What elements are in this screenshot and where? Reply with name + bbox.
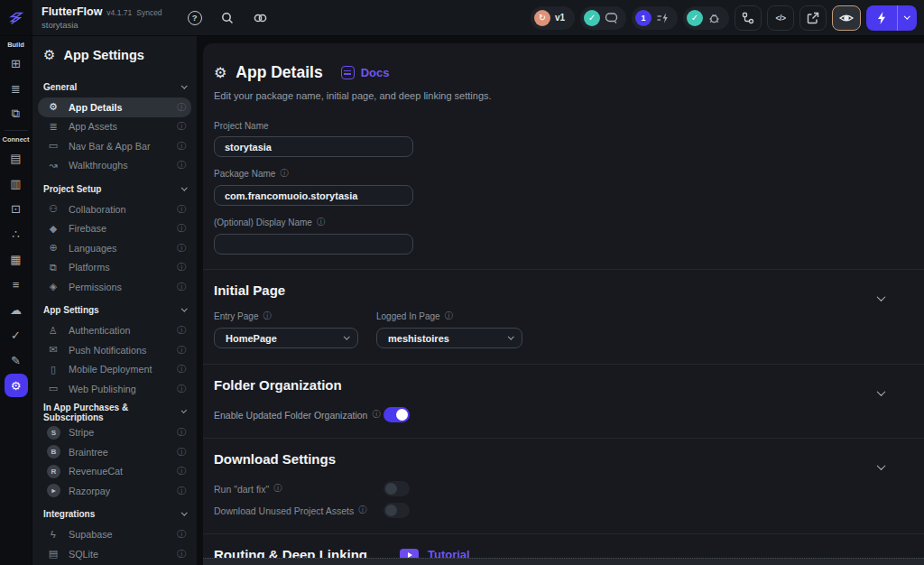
help-icon[interactable]: ? (188, 11, 202, 25)
info-icon[interactable]: ⓘ (177, 159, 186, 171)
info-icon[interactable]: ⓘ (177, 485, 186, 497)
sidebar-item-app-details[interactable]: ⚙ App Details ⓘ (38, 97, 191, 117)
settings-nav: General ⚙ App Details ⓘ ≣ App Assets ⓘ ▭… (32, 71, 197, 565)
section-project-setup[interactable]: Project Setup (38, 178, 191, 199)
info-icon[interactable]: ⓘ (177, 548, 186, 560)
unused-assets-toggle[interactable] (383, 503, 410, 518)
section-general[interactable]: General (38, 76, 191, 97)
cloud-functions-icon[interactable]: ☁ (5, 298, 28, 321)
info-icon[interactable]: ⓘ (177, 222, 186, 235)
files-icon[interactable]: ⊡ (5, 197, 28, 220)
search-icon[interactable] (220, 11, 235, 25)
folder-organization-toggle[interactable] (383, 407, 410, 422)
section-integrations[interactable]: Integrations (38, 504, 191, 525)
info-icon[interactable]: ⓘ (177, 261, 186, 273)
devices-icon[interactable]: ⧉ (5, 102, 28, 125)
info-icon[interactable]: ⓘ (177, 140, 186, 153)
run-bolt-icon[interactable] (866, 5, 897, 31)
info-icon[interactable]: ⓘ (372, 409, 381, 421)
integrations-icon[interactable]: ∴ (5, 222, 28, 245)
version-badge: v1 (555, 13, 567, 23)
sidebar-item-collaboration[interactable]: ⚇ Collaboration ⓘ (38, 199, 191, 219)
info-icon[interactable]: ⓘ (177, 281, 186, 293)
sidebar-item-permissions[interactable]: ◈ Permissions ⓘ (38, 277, 191, 297)
sidebar-item-nav-bar[interactable]: ▭ Nav Bar & App Bar ⓘ (38, 136, 191, 156)
collapse-chevron-icon[interactable] (878, 289, 884, 305)
docs-link[interactable]: Docs (341, 66, 390, 79)
logged-in-page-select[interactable]: meshistoires (376, 328, 522, 348)
info-icon[interactable]: ⓘ (273, 483, 282, 495)
sidebar-item-app-assets[interactable]: ≣ App Assets ⓘ (38, 117, 191, 137)
sidebar-item-stripe[interactable]: S Stripe ⓘ (38, 423, 191, 443)
info-icon[interactable]: ⓘ (358, 505, 367, 516)
info-icon[interactable]: ⓘ (177, 120, 186, 133)
info-icon[interactable]: ⓘ (177, 465, 186, 477)
tutorial-video-icon[interactable] (400, 549, 419, 559)
sidebar-item-languages[interactable]: ⊕ Languages ⓘ (38, 238, 191, 258)
sidebar-item-web-publishing[interactable]: ▭ Web Publishing ⓘ (38, 379, 191, 399)
theme-icon[interactable]: ✎ (5, 348, 28, 372)
package-name-input[interactable]: com.francomuoio.storytasia (214, 185, 413, 206)
info-icon[interactable]: ⓘ (177, 324, 186, 337)
comments-pill[interactable]: ✓ (580, 6, 626, 30)
sidebar-item-razorpay[interactable]: ▸ Razorpay ⓘ (38, 481, 191, 501)
info-icon[interactable]: ⓘ (177, 426, 186, 439)
info-icon[interactable]: ⓘ (177, 446, 186, 458)
info-icon[interactable]: ⓘ (317, 217, 326, 228)
info-icon[interactable]: ⓘ (177, 528, 186, 541)
run-button[interactable] (866, 5, 917, 31)
open-external-button[interactable] (799, 5, 827, 31)
info-icon[interactable]: ⓘ (177, 101, 186, 114)
sidebar-item-mobile-deployment[interactable]: ▯ Mobile Deployment ⓘ (38, 360, 191, 380)
app-state-icon[interactable]: ≡ (5, 273, 28, 296)
project-name-input[interactable]: storytasia (214, 136, 413, 157)
sidebar-item-platforms[interactable]: ⧉ Platforms ⓘ (38, 258, 191, 278)
link-icon[interactable] (253, 11, 268, 25)
info-icon[interactable]: ⓘ (445, 310, 454, 322)
gear-plus-icon: ⚙ (214, 64, 226, 81)
media-assets-icon[interactable]: ▦ (5, 247, 28, 271)
sidebar-item-walkthroughs[interactable]: ↝ Walkthroughs ⓘ (38, 156, 191, 176)
entry-page-select[interactable]: HomePage (214, 328, 358, 348)
info-icon[interactable]: ⓘ (177, 344, 186, 357)
info-icon[interactable]: ⓘ (280, 168, 289, 180)
tests-icon[interactable]: ✓ (5, 323, 28, 347)
flutterflow-logo[interactable] (0, 0, 32, 36)
debug-pill[interactable]: ✓ (683, 6, 729, 30)
sidebar-item-braintree[interactable]: B Braintree ⓘ (38, 442, 191, 462)
optimizations-pill[interactable]: 1 (632, 6, 678, 30)
section-app-settings[interactable]: App Settings (38, 300, 191, 321)
sidebar-item-revenuecat[interactable]: R RevenueCat ⓘ (38, 462, 191, 482)
preview-button[interactable] (832, 5, 861, 31)
dart-fix-toggle[interactable] (383, 481, 410, 496)
section-in-app-purchases[interactable]: In App Purchases & Subscriptions (38, 402, 191, 423)
project-brand: FlutterFlow v4.1.71 Synced storytasia (42, 5, 162, 30)
info-icon[interactable]: ⓘ (263, 310, 272, 322)
add-page-icon[interactable]: ⊞ (5, 51, 28, 75)
collapse-chevron-icon[interactable] (878, 384, 884, 400)
sync-status: Synced (136, 8, 162, 17)
cms-icon[interactable]: ▥ (5, 171, 28, 195)
sidebar-item-supabase[interactable]: ϟ Supabase ⓘ (38, 525, 191, 545)
package-name-label: Package Name ⓘ (214, 168, 913, 180)
info-icon[interactable]: ⓘ (177, 203, 186, 216)
widget-tree-icon[interactable]: ≣ (5, 77, 28, 100)
sidebar-item-sqlite[interactable]: ▤ SQLite ⓘ (38, 544, 191, 564)
settings-icon[interactable]: ⚙ (5, 374, 28, 397)
collapse-chevron-icon[interactable] (878, 458, 884, 474)
project-name-label: Project Name (214, 121, 913, 131)
version-history-pill[interactable]: ↻ v1 (531, 6, 575, 30)
sidebar-item-authentication[interactable]: ♙ Authentication ⓘ (38, 321, 191, 341)
branch-button[interactable] (735, 5, 762, 31)
display-name-input[interactable] (214, 234, 413, 255)
api-calls-icon[interactable]: ▤ (5, 146, 28, 170)
info-icon[interactable]: ⓘ (177, 383, 186, 395)
info-icon[interactable]: ⓘ (177, 363, 186, 375)
sidebar-item-firebase[interactable]: ◆ Firebase ⓘ (38, 219, 191, 239)
unused-assets-label: Download Unused Project Assets ⓘ (214, 505, 383, 516)
code-view-button[interactable]: </> (767, 5, 794, 31)
tutorial-link[interactable]: Tutorial (428, 548, 470, 558)
sidebar-item-push-notifications[interactable]: ✉ Push Notifications ⓘ (38, 340, 191, 360)
info-icon[interactable]: ⓘ (177, 242, 186, 255)
run-options-chevron[interactable] (898, 5, 917, 31)
